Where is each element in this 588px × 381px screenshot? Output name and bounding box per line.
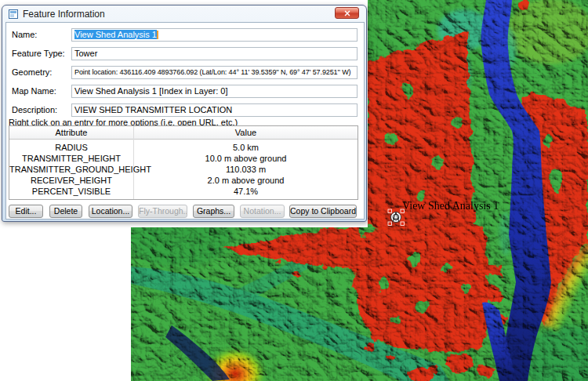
- attribute-cell: TRANSMITTER_GROUND_HEIGHT: [9, 164, 133, 175]
- attribute-cell: TRANSMITTER_HEIGHT: [9, 153, 133, 164]
- table-row[interactable]: RECEIVER_HEIGHT 2.0 m above ground: [9, 175, 358, 186]
- feature-type-value: Tower: [74, 49, 97, 58]
- feature-type-label: Feature Type:: [12, 47, 71, 60]
- delete-button[interactable]: Delete: [49, 205, 82, 218]
- table-header[interactable]: Attribute Value: [9, 126, 358, 140]
- text-caret: [157, 31, 158, 39]
- edit-button[interactable]: Edit...: [9, 205, 43, 218]
- feature-type-input[interactable]: Tower: [71, 47, 358, 60]
- map-name-input[interactable]: View Shed Analysis 1 [Index in Layer: 0]: [71, 85, 358, 98]
- attribute-cell: RADIUS: [9, 142, 133, 153]
- name-value: View Shed Analysis 1: [74, 30, 157, 39]
- description-value: VIEW SHED TRANSMITTER LOCATION: [74, 105, 232, 114]
- location-button[interactable]: Location...: [89, 205, 132, 218]
- description-input[interactable]: VIEW SHED TRANSMITTER LOCATION: [71, 103, 358, 117]
- dialog-title: Feature Information: [23, 9, 105, 20]
- dialog-icon: [9, 9, 18, 19]
- notation-button: Notation...: [240, 205, 285, 218]
- dialog-content: Name: View Shed Analysis 1 Feature Type:…: [5, 22, 365, 220]
- dialog-titlebar[interactable]: Feature Information: [2, 5, 366, 22]
- geometry-label: Geometry:: [12, 66, 71, 79]
- table-row[interactable]: RADIUS 5.0 km: [9, 142, 358, 153]
- value-cell: 110.033 m: [134, 164, 358, 175]
- geometry-input[interactable]: Point location: 436116.409 4893766.092 (…: [71, 66, 358, 79]
- table-row[interactable]: TRANSMITTER_GROUND_HEIGHT 110.033 m: [9, 164, 358, 175]
- graphs-button[interactable]: Graphs...: [193, 205, 234, 218]
- description-label: Description:: [12, 103, 71, 117]
- attribute-cell: RECEIVER_HEIGHT: [9, 175, 133, 186]
- close-icon: [344, 10, 350, 16]
- attribute-table[interactable]: Attribute Value RADIUS 5.0 km TRANSMITTE…: [9, 125, 358, 200]
- feature-information-dialog: Feature Information Name: View Shed Anal…: [2, 5, 367, 222]
- name-label: Name:: [12, 28, 71, 42]
- column-header-value[interactable]: Value: [134, 126, 358, 139]
- value-cell: 47.1%: [134, 186, 358, 197]
- value-cell: 2.0 m above ground: [134, 175, 358, 186]
- value-cell: 5.0 km: [134, 142, 358, 153]
- table-row[interactable]: PERCENT_VISIBLE 47.1%: [9, 186, 358, 197]
- value-cell: 10.0 m above ground: [134, 153, 358, 164]
- attribute-cell: PERCENT_VISIBLE: [9, 186, 133, 197]
- geometry-value: Point location: 436116.409 4893766.092 (…: [74, 68, 350, 76]
- close-button[interactable]: [335, 7, 359, 19]
- copy-to-clipboard-button[interactable]: Copy to Clipboard: [289, 205, 357, 218]
- map-feature-label: View Shed Analysis 1: [402, 200, 499, 212]
- fly-through-button: Fly-Through...: [138, 205, 187, 218]
- map-name-label: Map Name:: [12, 85, 71, 98]
- name-input[interactable]: View Shed Analysis 1: [71, 28, 358, 42]
- map-name-value: View Shed Analysis 1 [Index in Layer: 0]: [74, 86, 227, 96]
- column-header-attribute[interactable]: Attribute: [9, 126, 133, 139]
- table-row[interactable]: TRANSMITTER_HEIGHT 10.0 m above ground: [9, 153, 358, 164]
